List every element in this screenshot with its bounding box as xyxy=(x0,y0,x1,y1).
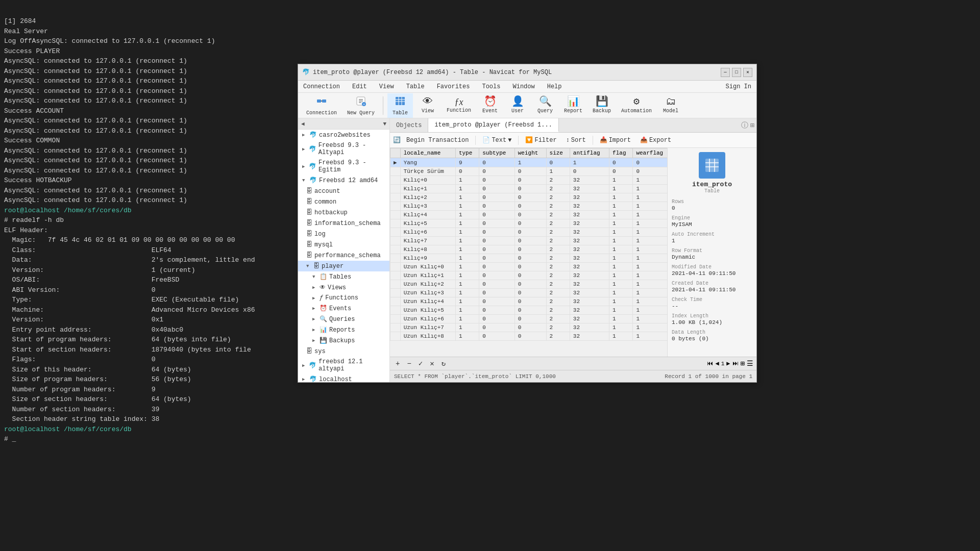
table-row[interactable]: Kılıç+71002321116 xyxy=(390,237,668,245)
minimize-button[interactable]: ─ xyxy=(721,68,730,77)
toolbar-event[interactable]: ⏰ Event xyxy=(477,95,503,116)
toolbar-query[interactable]: 🔍 Query xyxy=(532,95,558,116)
table-row[interactable]: Uzun Kılıç+51002321116 xyxy=(390,306,668,315)
table-container[interactable]: locale_name type subtype weight size ant… xyxy=(390,148,667,357)
menu-table[interactable]: Table xyxy=(403,82,428,91)
sidebar-item-common[interactable]: 🗄 common xyxy=(298,196,389,207)
page-next-button[interactable]: ▶ xyxy=(726,360,730,367)
menu-connection[interactable]: Connection xyxy=(300,82,343,91)
table-row[interactable]: Uzun Kılıç+41002321116 xyxy=(390,297,668,306)
table-row[interactable]: Türkçe Sürüm00010000 xyxy=(390,167,668,176)
page-prev-button[interactable]: ◀ xyxy=(715,360,719,367)
refresh-button[interactable]: ↻ xyxy=(439,359,448,368)
toolbar-backup[interactable]: 💾 Backup xyxy=(589,95,615,116)
table-row[interactable]: Uzun Kılıç+61002321116 xyxy=(390,315,668,323)
sidebar-item-views[interactable]: ▶ 👁 Views xyxy=(298,282,389,293)
sidebar-item-freebsd12-amd64[interactable]: ▼ 🐬 Freebsd 12 amd64 xyxy=(298,175,389,186)
sidebar-item-functions[interactable]: ▶ ƒ Functions xyxy=(298,293,389,303)
tab-item-proto[interactable]: item_proto @player (Freebsd 1... xyxy=(428,118,558,132)
col-header-size[interactable]: size xyxy=(546,148,570,158)
sidebar-item-mysql[interactable]: 🗄 mysql xyxy=(298,239,389,250)
table-row[interactable]: Kılıç+61002321116 xyxy=(390,228,668,237)
table-row[interactable]: Uzun Kılıç+81002321116 xyxy=(390,332,668,341)
col-header-weight[interactable]: weight xyxy=(514,148,546,158)
add-row-button[interactable]: + xyxy=(393,359,402,368)
sort-button[interactable]: ↕ Sort xyxy=(562,135,590,145)
toolbar-report[interactable]: 📊 Report xyxy=(560,95,586,116)
sidebar-item-account[interactable]: 🗄 account xyxy=(298,186,389,196)
delete-row-button[interactable]: − xyxy=(404,359,413,368)
sidebar-item-localhost[interactable]: ▶ 🐬 localhost xyxy=(298,374,389,382)
discard-button[interactable]: ✕ xyxy=(427,359,436,368)
table-row[interactable]: Kılıç+11002321116 xyxy=(390,185,668,193)
export-button[interactable]: 📤 Export xyxy=(636,135,675,145)
col-header-type[interactable]: type xyxy=(455,148,479,158)
sidebar-item-reports[interactable]: ▶ 📊 Reports xyxy=(298,324,389,335)
table-row[interactable]: Uzun Kılıç+71002321116 xyxy=(390,323,668,332)
sidebar-item-hotbackup[interactable]: 🗄 hotbackup xyxy=(298,207,389,218)
sidebar-item-freebsd93-egitim[interactable]: ▶ 🐬 Freebsd 9.3 - Egitim xyxy=(298,158,389,175)
sidebar-item-information-schema[interactable]: 🗄 information_schema xyxy=(298,218,389,229)
toolbar-user[interactable]: 👤 User xyxy=(505,95,530,116)
table-row[interactable]: Uzun Kılıç+01002321116 xyxy=(390,263,668,271)
begin-transaction-button[interactable]: Begin Transaction xyxy=(403,135,472,145)
col-header-wearflag[interactable]: wearflag xyxy=(633,148,667,158)
tab-objects[interactable]: Objects xyxy=(390,118,428,132)
col-header-flag[interactable]: flag xyxy=(609,148,633,158)
close-button[interactable]: ✕ xyxy=(743,68,752,77)
sidebar-item-queries[interactable]: ▶ 🔍 Queries xyxy=(298,314,389,324)
table-row[interactable]: ▶Yang90101000 xyxy=(390,158,668,167)
resize-icon[interactable]: ⊞ xyxy=(750,121,754,130)
menu-favorites[interactable]: Favorites xyxy=(434,82,473,91)
table-row[interactable]: Kılıç+01002321116 xyxy=(390,176,668,185)
cell-locale_name: Uzun Kılıç+0 xyxy=(400,263,455,271)
menu-window[interactable]: Window xyxy=(509,82,537,91)
toolbar-function[interactable]: ƒx Function xyxy=(443,95,475,115)
col-header-subtype[interactable]: subtype xyxy=(479,148,515,158)
toolbar-automation[interactable]: ⚙ Automation xyxy=(617,95,656,116)
toolbar-view[interactable]: 👁 View xyxy=(415,95,440,116)
table-row[interactable]: Kılıç+41002321116 xyxy=(390,211,668,219)
maximize-button[interactable]: □ xyxy=(732,68,741,77)
sidebar-label: sys xyxy=(314,348,326,355)
table-row[interactable]: Uzun Kılıç+21002321116 xyxy=(390,280,668,289)
sidebar-item-player[interactable]: ▼ 🗄 player xyxy=(298,261,389,271)
sidebar-item-backups[interactable]: ▶ 💾 Backups xyxy=(298,335,389,346)
list-view-button[interactable]: ☰ xyxy=(747,359,753,368)
table-row[interactable]: Uzun Kılıç+11002321116 xyxy=(390,271,668,280)
menu-tools[interactable]: Tools xyxy=(479,82,503,91)
sidebar-item-freebsd121[interactable]: ▶ 🐬 freebsd 12.1 altyapi xyxy=(298,357,389,374)
import-button[interactable]: 📥 Import xyxy=(596,135,634,145)
sidebar-item-log[interactable]: 🗄 log xyxy=(298,229,389,239)
sidebar-item-sys[interactable]: 🗄 sys xyxy=(298,346,389,357)
text-button[interactable]: 📄 Text ▼ xyxy=(479,135,515,145)
menu-edit[interactable]: Edit xyxy=(349,82,370,91)
sidebar-item-events[interactable]: ▶ ⏰ Events xyxy=(298,303,389,314)
table-row[interactable]: Kılıç+51002321116 xyxy=(390,219,668,228)
toolbar-new-query[interactable]: + New Query xyxy=(343,93,379,118)
toolbar-table[interactable]: Table xyxy=(387,93,413,118)
sign-in-button[interactable]: Sign In xyxy=(723,82,754,91)
filter-button[interactable]: 🔽 Filter xyxy=(522,135,560,145)
info-icon[interactable]: ⓘ xyxy=(741,121,748,130)
sidebar-item-freebsd93-altyapi[interactable]: ▶ 🐬 Freebsd 9.3 - Altyapi xyxy=(298,140,389,158)
sidebar-item-performance-schema[interactable]: 🗄 performance_schema xyxy=(298,250,389,261)
sidebar-item-casro2websites[interactable]: ▶ 🐬 casro2websites xyxy=(298,130,389,140)
table-row[interactable]: Uzun Kılıç+31002321116 xyxy=(390,289,668,297)
menu-view[interactable]: View xyxy=(376,82,397,91)
menu-help[interactable]: Help xyxy=(544,82,565,91)
auto-increment-label: Auto Increment xyxy=(672,232,752,237)
toolbar-model[interactable]: 🗂 Model xyxy=(658,95,683,116)
grid-view-button[interactable]: ⊞ xyxy=(741,359,745,368)
col-header-antiflag[interactable]: antiflag xyxy=(570,148,609,158)
table-row[interactable]: Kılıç+81002321116 xyxy=(390,245,668,254)
page-first-button[interactable]: ⏮ xyxy=(707,360,713,367)
table-row[interactable]: Kılıç+21002321116 xyxy=(390,193,668,202)
toolbar-connection[interactable]: Connection xyxy=(302,93,341,118)
page-last-button[interactable]: ⏭ xyxy=(732,360,739,367)
table-row[interactable]: Kılıç+91002321116 xyxy=(390,254,668,263)
sidebar-item-tables[interactable]: ▼ 📋 Tables xyxy=(298,271,389,282)
table-row[interactable]: Kılıç+31002321116 xyxy=(390,202,668,211)
col-header-locale-name[interactable]: locale_name xyxy=(400,148,455,158)
apply-button[interactable]: ✓ xyxy=(416,359,425,368)
